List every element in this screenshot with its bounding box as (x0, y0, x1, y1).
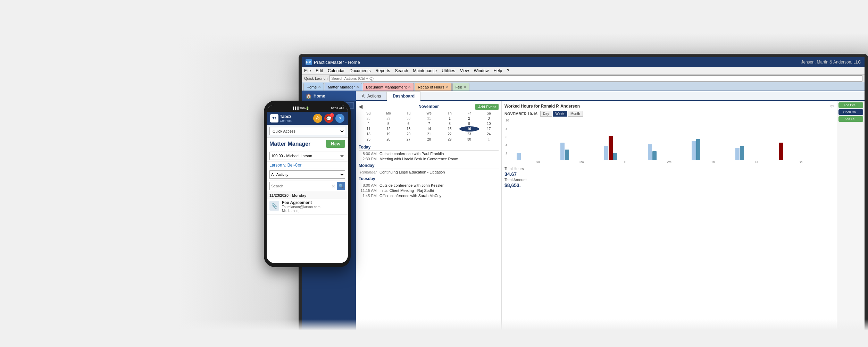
schedule-section: Today 8:00 AM Outside conference with Pa… (359, 145, 499, 198)
message-icon[interactable]: 💬 1 (324, 114, 333, 123)
wh-view-day[interactable]: Day (540, 111, 552, 117)
cal-date[interactable]: 7 (418, 121, 440, 126)
phone-app-name: Tabs3 (280, 114, 292, 119)
entry-content: Fee Agreement To: mlarson@larson.com Mr.… (282, 200, 345, 213)
cal-date[interactable]: 10 (479, 121, 499, 126)
cal-date[interactable]: 30 (459, 137, 479, 142)
matter-new-button[interactable]: New (326, 140, 345, 148)
menu-edit[interactable]: Edit (316, 68, 323, 73)
menu-help[interactable]: Help (493, 68, 502, 73)
wh-view-week[interactable]: Week (553, 111, 567, 117)
cal-week-5: 25 26 27 28 29 30 1 (359, 137, 499, 142)
activity-select[interactable]: All Activity (269, 170, 345, 179)
cal-date[interactable]: 14 (418, 126, 440, 132)
calendar-prev[interactable]: ◀ (359, 104, 362, 109)
sub-tab-all-actions[interactable]: All Actions (356, 91, 387, 100)
tab-docmgmt-close[interactable]: ✕ (408, 85, 411, 89)
add-fee-btn[interactable]: Add Fe... (838, 116, 863, 122)
cal-date[interactable]: 22 (440, 132, 459, 137)
menu-documents[interactable]: Documents (350, 68, 371, 73)
cal-date[interactable]: 26 (378, 137, 399, 142)
client-select[interactable]: 100.00 - Michael Larson (269, 152, 345, 160)
cal-date[interactable]: 28 (418, 137, 440, 142)
menu-reports[interactable]: Reports (375, 68, 390, 73)
cal-date[interactable]: 28 (359, 116, 378, 121)
cal-date[interactable]: 12 (378, 126, 399, 132)
cal-date[interactable]: 31 (418, 116, 440, 121)
cal-date[interactable]: 17 (479, 126, 499, 132)
wh-settings-icon[interactable]: ⚙ (830, 104, 834, 109)
menu-file[interactable]: File (304, 68, 311, 73)
add-event-sidebar-btn[interactable]: Add Eve... (838, 102, 863, 108)
cal-date[interactable]: 1 (440, 116, 459, 121)
cal-date[interactable]: 29 (440, 137, 459, 142)
menu-utilities[interactable]: Utilities (442, 68, 455, 73)
tab-matter-manager[interactable]: Matter Manager ✕ (325, 83, 362, 91)
cal-date[interactable]: 30 (399, 116, 418, 121)
cal-date[interactable]: 19 (378, 132, 399, 137)
search-clear-icon[interactable]: ✕ (332, 184, 335, 189)
cal-date[interactable]: 6 (399, 121, 418, 126)
x-label-mo: Mo (560, 160, 603, 164)
clock-icon[interactable]: ⏱ (313, 114, 322, 123)
sub-tab-dashboard[interactable]: Dashboard (387, 91, 420, 101)
cal-date[interactable]: 25 (359, 137, 378, 142)
cal-date[interactable]: 9 (459, 121, 479, 126)
menu-search[interactable]: Search (395, 68, 408, 73)
open-calendar-btn[interactable]: Open Ca... (838, 109, 863, 115)
cal-date[interactable]: 21 (418, 132, 440, 137)
wh-view-month[interactable]: Month (568, 111, 583, 117)
search-button[interactable]: 🔍 (337, 182, 345, 190)
phone-entry[interactable]: 📎 Fee Agreement To: mlarson@larson.com M… (267, 198, 348, 215)
schedule-desc: Outside conference with John Kessler (379, 183, 444, 187)
cal-date[interactable]: 13 (399, 126, 418, 132)
chart-bar-group-fr (735, 146, 778, 160)
monitor-frame: PM PracticeMaster - Home Jensen, Martin … (299, 54, 868, 347)
cal-date[interactable]: 5 (378, 121, 399, 126)
chart-x-labels: Su Mo Tu We Th Fr Sa (515, 160, 824, 164)
menu-maintenance[interactable]: Maintenance (413, 68, 437, 73)
phone-date-group: 11/23/2020 - Monday (267, 192, 348, 198)
schedule-entry: 8:00 AM Outside conference with Paul Fra… (359, 152, 499, 156)
cal-date[interactable]: 3 (479, 116, 499, 121)
cal-date[interactable]: 23 (459, 132, 479, 137)
quick-access-select[interactable]: Quick Access Matter Manager Calendar Doc… (269, 127, 345, 135)
schedule-entry: 2:30 PM Meeting with Harold Berk in Conf… (359, 157, 499, 161)
tab-document-management[interactable]: Document Management ✕ (363, 83, 414, 91)
add-event-button[interactable]: Add Event (475, 104, 499, 110)
cal-date[interactable]: 20 (399, 132, 418, 137)
menu-calendar[interactable]: Calendar (328, 68, 345, 73)
cal-date[interactable]: 27 (399, 137, 418, 142)
tab-home-close[interactable]: ✕ (318, 85, 321, 89)
help-icon[interactable]: ? (335, 114, 344, 123)
cal-date[interactable]: 11 (359, 126, 378, 132)
tab-recap-close[interactable]: ✕ (446, 85, 449, 89)
menu-help-icon[interactable]: ? (507, 68, 509, 73)
worked-hours-panel: Worked Hours for Ronald P. Anderson ⚙ NO… (502, 101, 837, 336)
tab-fee[interactable]: Fee ✕ (452, 83, 469, 91)
cal-week-4: 18 19 20 21 22 23 24 (359, 132, 499, 137)
cal-date[interactable]: 1 (479, 137, 499, 142)
tab-matter-close[interactable]: ✕ (356, 85, 359, 89)
cal-date[interactable]: 4 (359, 121, 378, 126)
phone-client-row: 100.00 - Michael Larson (267, 150, 348, 162)
tab-fee-close[interactable]: ✕ (464, 85, 466, 89)
cal-date-today[interactable]: 16 (459, 126, 479, 132)
tab-home[interactable]: Home ✕ (303, 83, 324, 91)
cal-date[interactable]: 24 (479, 132, 499, 137)
menu-window[interactable]: Window (474, 68, 489, 73)
worked-hours-totals: Total Hours 34.67 Total Amount $8,653. (504, 167, 834, 188)
sidebar-home-item[interactable]: 🏠 Home (302, 91, 356, 101)
cal-date[interactable]: 8 (440, 121, 459, 126)
matter-link[interactable]: Larson v. Bel-Cor (267, 162, 348, 169)
cal-date[interactable]: 15 (440, 126, 459, 132)
cal-date[interactable]: 2 (459, 116, 479, 121)
phone-search-input[interactable] (269, 182, 330, 190)
cal-date[interactable]: 29 (378, 116, 399, 121)
menu-view[interactable]: View (460, 68, 469, 73)
phone-matter-header: Matter Manager New (267, 138, 348, 150)
cal-date[interactable]: 18 (359, 132, 378, 137)
tab-recap-hours[interactable]: Recap of Hours ✕ (415, 83, 451, 91)
chart-wrapper: 10 8 6 4 2 (515, 119, 824, 164)
quick-launch-input[interactable] (329, 75, 862, 82)
